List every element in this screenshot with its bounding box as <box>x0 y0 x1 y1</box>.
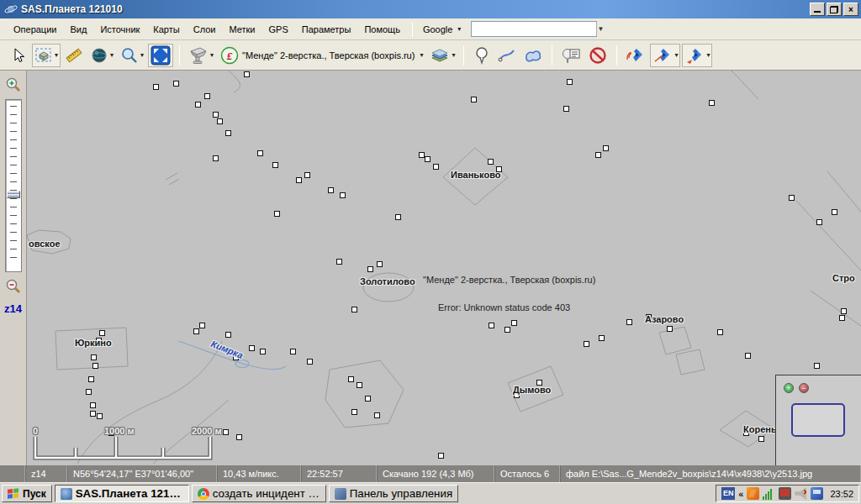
gps-track-button[interactable]: ▾ <box>650 44 680 67</box>
minimap-extent-rect[interactable] <box>791 403 845 437</box>
remote-desktop-icon[interactable] <box>779 487 791 500</box>
map-view[interactable]: ИваньковоЗолотиловоАзаровоДымовоЮркиноов… <box>27 71 861 465</box>
taskbar-button-label: Панель управления <box>350 487 452 500</box>
menu-item-вид[interactable]: Вид <box>63 21 93 38</box>
menu-item-gps[interactable]: GPS <box>262 21 295 38</box>
tray-chevron[interactable]: « <box>738 489 743 499</box>
cursor-arrow-icon <box>10 47 27 64</box>
gps-satellite-icon <box>652 46 673 65</box>
menu-item-источник[interactable]: Источник <box>93 21 146 38</box>
map-marker <box>841 308 847 314</box>
map-marker <box>260 349 266 354</box>
map-marker <box>97 413 103 419</box>
map-marker <box>816 219 822 225</box>
add-placemark-button[interactable] <box>470 44 494 67</box>
map-marker <box>257 150 263 156</box>
pan-tool-button[interactable] <box>7 44 30 67</box>
menu-item-метки[interactable]: Метки <box>222 21 261 38</box>
language-indicator[interactable]: EN <box>721 487 735 500</box>
zoom-in-button[interactable] <box>4 76 23 94</box>
taskbar-button-sasplanet[interactable]: SAS.Планета 121010 <box>55 485 189 502</box>
menu-item-слои[interactable]: Слои <box>187 21 223 38</box>
map-marker <box>217 118 223 124</box>
taskbar-button-controlpanel[interactable]: Панель управления <box>329 485 458 502</box>
map-marker <box>357 382 362 388</box>
gps-position-button[interactable]: ▾ <box>682 44 712 67</box>
add-polygon-button[interactable] <box>520 44 546 67</box>
google-menu[interactable]: Google ▾ <box>418 21 467 38</box>
map-marker <box>504 327 510 333</box>
svg-text:₤: ₤ <box>226 49 233 61</box>
map-label: Дымово <box>513 385 551 395</box>
taskbar-button-chrome[interactable]: создать инцидент -... <box>192 485 326 502</box>
menu-item-параметры[interactable]: Параметры <box>295 21 358 38</box>
gps-satellite-icon <box>626 46 646 65</box>
map-marker <box>336 259 342 265</box>
map-label: Стро <box>832 273 855 283</box>
zoom-out-button[interactable] <box>4 277 23 296</box>
maximize-button[interactable] <box>827 3 842 16</box>
map-marker <box>328 187 334 193</box>
download-mode-button[interactable]: ▾ <box>186 44 216 67</box>
minimap-panel[interactable]: + − <box>775 375 861 465</box>
map-marker <box>471 97 477 102</box>
fullscreen-button[interactable] <box>148 44 173 67</box>
add-path-button[interactable] <box>495 44 519 67</box>
menu-item-операции[interactable]: Операции <box>7 21 63 38</box>
map-marker <box>717 329 723 335</box>
minimap-zoom-out-button[interactable]: − <box>799 383 809 393</box>
combobox-dropdown-button[interactable]: ▼ <box>596 22 604 36</box>
windows-logo-icon <box>8 488 19 499</box>
minimize-button[interactable] <box>810 3 825 16</box>
search-input[interactable] <box>472 22 596 36</box>
network-signal-icon[interactable] <box>763 487 775 500</box>
menu-separator <box>412 22 413 37</box>
minimap-zoom-in-button[interactable]: + <box>784 383 794 393</box>
ruler-tool-button[interactable] <box>62 44 86 67</box>
menu-item-карты[interactable]: Карты <box>146 21 186 38</box>
map-marker <box>745 353 751 359</box>
download-source-icon <box>188 46 209 65</box>
start-button[interactable]: Пуск <box>2 485 52 502</box>
map-marker <box>832 209 837 215</box>
placemark-manager-button[interactable] <box>558 44 584 67</box>
map-marker <box>351 307 357 312</box>
layers-button[interactable]: ▾ <box>427 44 457 67</box>
search-tool-button[interactable]: ▾ <box>118 44 146 67</box>
hide-marks-button[interactable] <box>585 44 610 67</box>
taskbar-button-label: создать инцидент -... <box>213 487 320 500</box>
download-manager-icon[interactable] <box>747 487 759 500</box>
map-marker <box>709 100 715 106</box>
search-combobox[interactable]: ▼ <box>471 21 597 37</box>
zoom-slider-handle[interactable] <box>7 191 20 198</box>
placemark-list-icon <box>561 46 581 65</box>
map-marker <box>274 211 280 217</box>
taskbar-clock: 23:52 <box>830 489 853 499</box>
map-marker <box>377 261 383 267</box>
sasplanet-icon <box>61 488 72 500</box>
fullscreen-icon <box>151 45 171 66</box>
desktop: { "window": { "title": "SAS.Планета 1210… <box>0 0 861 504</box>
polygon-icon <box>523 46 543 65</box>
chevron-down-icon: ▾ <box>452 51 455 59</box>
goto-tool-button[interactable]: ▾ <box>87 44 116 67</box>
map-marker <box>173 81 179 87</box>
menu-item-помощь[interactable]: Помощь <box>357 21 407 38</box>
volume-muted-icon[interactable]: ✕ <box>795 487 807 500</box>
scale-label-2000: 2000 м <box>192 426 222 436</box>
map-source-button[interactable]: ₤ "Менде" 2-верстка., Тверская (boxpis.r… <box>218 44 425 67</box>
selection-tool-button[interactable]: ▾ <box>32 44 61 67</box>
map-marker <box>290 349 296 354</box>
tray-app-icon[interactable] <box>811 487 823 500</box>
window-title: SAS.Планета 121010 <box>21 3 123 15</box>
zoom-slider[interactable] <box>5 99 22 272</box>
map-marker <box>595 152 601 158</box>
scale-label-0: 0 <box>33 426 38 436</box>
map-marker <box>789 195 795 201</box>
chrome-icon <box>198 488 209 500</box>
close-button[interactable]: × <box>843 3 858 16</box>
map-marker <box>296 177 302 183</box>
gps-connect-button[interactable] <box>623 44 648 67</box>
map-label: овское <box>29 239 61 249</box>
map-marker <box>99 330 105 336</box>
